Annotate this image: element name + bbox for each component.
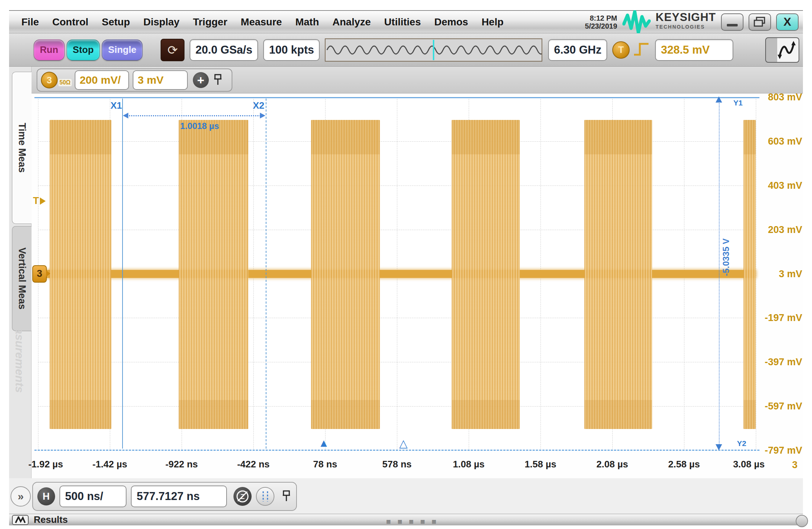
pin-icon — [212, 73, 223, 87]
bandwidth-field[interactable]: 6.30 GHz — [548, 39, 607, 61]
menu-item-display[interactable]: Display — [144, 16, 180, 28]
add-channel-button[interactable]: + — [193, 72, 209, 88]
x-axis-label: -922 ns — [165, 459, 198, 470]
memory-depth-field[interactable]: 100 kpts — [263, 39, 320, 61]
menu-item-math[interactable]: Math — [295, 16, 319, 28]
y-axis-label: 3 mV — [759, 268, 802, 279]
channel-3-badge[interactable]: 3 — [41, 72, 58, 88]
timebase-scale-field[interactable]: 500 ns/ — [59, 486, 127, 507]
clear-display-button[interactable]: ⟳ — [161, 39, 185, 61]
x1-cursor-line[interactable] — [122, 99, 123, 449]
keysight-logo: KEYSIGHT TECHNOLOGIES — [656, 13, 716, 32]
menu-item-file[interactable]: File — [21, 16, 39, 28]
channel-offset-field[interactable]: 3 mV — [133, 70, 188, 90]
menu-items: FileControlSetupDisplayTriggerMeasureMat… — [21, 16, 504, 28]
waveform-burst — [743, 120, 756, 429]
horizontal-badge[interactable]: H — [37, 487, 55, 505]
minimize-icon — [727, 24, 738, 26]
menu-item-control[interactable]: Control — [52, 16, 88, 28]
keysight-spark-icon — [622, 10, 651, 34]
impedance-badge: 50Ω — [58, 79, 72, 86]
trigger-edge-icon[interactable] — [633, 41, 651, 59]
waveform-burst — [179, 120, 248, 429]
delta-x-arrow — [124, 115, 264, 116]
axis-extra-label: 3 — [792, 459, 798, 471]
timebase-position-field[interactable]: 577.7127 ns — [131, 486, 227, 507]
clock-date: 5/23/2019 — [585, 22, 617, 30]
trigger-level-field[interactable]: 328.5 mV — [655, 39, 733, 61]
preview-waveform-icon — [326, 39, 542, 61]
delay-reference-marker: △ — [399, 437, 407, 450]
trigger-arrow-icon — [40, 197, 46, 205]
y2-cursor-line[interactable] — [34, 450, 759, 451]
measurements-watermark: Measurements — [13, 312, 26, 393]
y-axis-label: 403 mV — [759, 180, 802, 191]
delta-y-line — [719, 101, 720, 446]
tab-time-meas[interactable]: Time Meas — [12, 72, 32, 224]
waveform-display[interactable]: Y1 Y2 X1X21.0018 µs-5.0335 V▲△T3 — [38, 97, 756, 450]
cursor-lines-icon — [258, 489, 273, 504]
channel-bar: 3 50Ω 200 mV/ 3 mV + — [32, 67, 803, 93]
trigger-t-label: T — [33, 195, 39, 207]
menu-item-measure[interactable]: Measure — [241, 16, 282, 28]
x-axis-label: -1.92 µs — [28, 459, 63, 470]
expand-panel-button[interactable]: » — [11, 486, 31, 507]
corner-button[interactable] — [796, 515, 808, 527]
waveform-zoom-button[interactable] — [765, 37, 799, 63]
acquisition-toolbar: Run Stop Single ⟳ 20.0 GSa/s 100 kpts 6.… — [9, 33, 803, 67]
x-axis-label: 1.58 µs — [525, 459, 556, 470]
trigger-time-marker: ▲ — [318, 437, 329, 449]
y1-cursor-line[interactable] — [34, 97, 759, 98]
y1-cursor-tag: Y1 — [733, 99, 743, 107]
x1-cursor-tag: X1 — [111, 100, 122, 111]
x-axis-label: -422 ns — [237, 459, 270, 470]
menu-item-setup[interactable]: Setup — [102, 16, 130, 28]
chevrons-icon: » — [18, 490, 24, 503]
sample-rate-field[interactable]: 20.0 GSa/s — [190, 39, 258, 61]
x-axis-label: 78 ns — [313, 459, 337, 470]
results-bar[interactable]: Results ■ ■ ■ ■ ■ — [9, 514, 803, 525]
delta-y-value: -5.0335 V — [721, 238, 731, 276]
y-axis-label: -797 mV — [759, 445, 802, 456]
run-button[interactable]: Run — [34, 39, 65, 61]
x2-cursor-line[interactable] — [266, 99, 266, 449]
results-label: Results — [34, 514, 68, 525]
channel-3-ground-marker[interactable]: 3 — [32, 265, 47, 283]
y-axis-label: 203 mV — [759, 224, 802, 235]
trigger-level-marker[interactable]: T — [33, 195, 46, 207]
brand-name: KEYSIGHT — [656, 13, 716, 22]
x-axis-label: 2.08 µs — [596, 459, 628, 470]
waveform-burst — [50, 120, 111, 429]
clock-time: 8:12 PM — [585, 14, 617, 22]
single-button[interactable]: Single — [102, 39, 142, 61]
restore-button[interactable] — [749, 13, 771, 31]
pin-icon — [281, 490, 292, 503]
menu-item-analyze[interactable]: Analyze — [332, 16, 371, 28]
zoom-disabled-button[interactable]: Z — [233, 487, 252, 506]
pin-timebase-button[interactable] — [281, 490, 292, 503]
drag-handle[interactable]: ■ ■ ■ ■ ■ — [386, 517, 439, 526]
y-axis-label: 803 mV — [759, 92, 802, 103]
stop-button[interactable]: Stop — [67, 39, 100, 61]
pin-channel-button[interactable] — [212, 73, 223, 87]
cursors-button[interactable] — [256, 487, 274, 506]
minimize-button[interactable] — [721, 13, 743, 31]
left-sidebar: Time Meas Vertical Meas Measurements — [9, 67, 32, 514]
menu-item-utilities[interactable]: Utilities — [384, 16, 421, 28]
timebase-group: H 500 ns/ 577.7127 ns Z — [32, 482, 297, 511]
delta-x-value: 1.0018 µs — [180, 121, 219, 131]
trigger-source-badge[interactable]: T — [612, 41, 630, 59]
menu-item-trigger[interactable]: Trigger — [193, 16, 227, 28]
zoom-z-icon: Z — [235, 489, 250, 504]
channel-scale-field[interactable]: 200 mV/ — [75, 70, 129, 90]
y-axis-label: 603 mV — [759, 136, 802, 147]
menu-item-demos[interactable]: Demos — [434, 16, 468, 28]
oscilloscope-app: FileControlSetupDisplayTriggerMeasureMat… — [9, 10, 803, 518]
x-axis-label: -1.42 µs — [92, 459, 127, 470]
close-button[interactable]: X — [776, 13, 799, 31]
acquisition-preview[interactable] — [325, 38, 542, 62]
x-axis-label: 1.08 µs — [453, 459, 484, 470]
menu-item-help[interactable]: Help — [481, 16, 504, 28]
waveform-arrows-icon — [777, 39, 796, 61]
y-axis-label: -397 mV — [759, 357, 802, 368]
